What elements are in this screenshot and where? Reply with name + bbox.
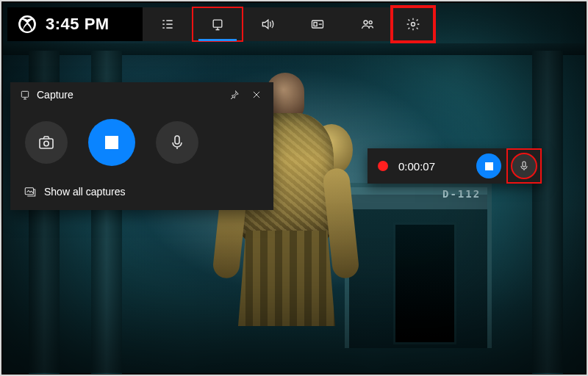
xbox-social-button[interactable] [343,7,392,41]
svg-point-6 [412,23,415,26]
widgets-menu-button[interactable] [143,7,193,41]
capture-icon [19,89,31,101]
game-bar-topbar: 3:45 PM [7,7,434,41]
audio-button[interactable] [243,7,293,41]
capture-button[interactable] [193,7,243,41]
microphone-toggle-button[interactable] [156,121,198,164]
svg-rect-3 [314,23,317,26]
stop-icon [105,136,118,149]
show-all-captures-link[interactable]: Show all captures [10,181,273,210]
topbar-icons [143,7,434,41]
performance-button[interactable] [293,7,343,41]
svg-rect-10 [175,136,179,144]
recording-elapsed: 0:00:07 [398,160,466,173]
close-button[interactable] [245,84,268,106]
xbox-icon [18,15,37,34]
svg-point-9 [44,141,49,145]
clock-section: 3:45 PM [7,7,143,41]
capture-body [10,107,273,181]
settings-button[interactable] [392,7,434,41]
recording-indicator-icon [378,161,388,171]
clock-time: 3:45 PM [46,15,110,34]
svg-rect-12 [523,162,526,167]
capture-header: Capture [10,82,273,107]
gallery-icon [24,185,37,198]
stop-icon [485,162,493,170]
recording-stop-button[interactable] [476,153,501,178]
capture-widget: Capture Show all captures [10,82,273,210]
capture-title: Capture [37,89,74,101]
screen: D-112 3:45 PM [0,0,588,376]
show-all-captures-label: Show all captures [44,186,126,198]
screenshot-button[interactable] [25,121,68,164]
recording-mic-button[interactable] [512,153,537,178]
stop-recording-button[interactable] [88,119,135,166]
svg-rect-8 [40,139,53,148]
recording-status-bar: 0:00:07 [368,148,542,184]
svg-rect-7 [21,91,28,97]
svg-point-4 [364,21,368,24]
svg-rect-1 [213,20,222,27]
svg-point-5 [369,21,372,24]
pin-button[interactable] [223,84,245,106]
